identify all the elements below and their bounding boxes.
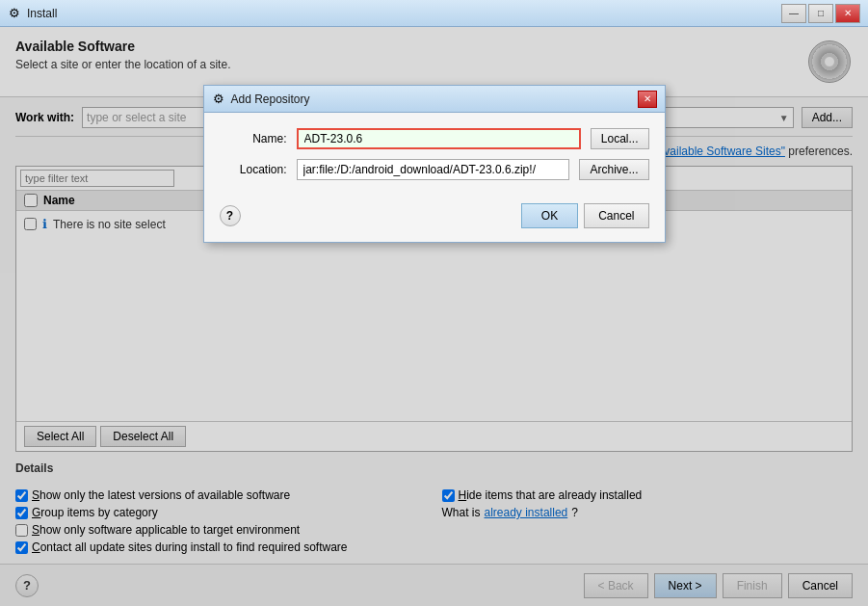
dialog-archive-button[interactable]: Archive...	[579, 159, 648, 180]
dialog-overlay: ⚙ Add Repository ✕ Name: Local... Locati…	[0, 27, 868, 606]
add-repository-dialog: ⚙ Add Repository ✕ Name: Local... Locati…	[203, 85, 666, 243]
dialog-help-button[interactable]: ?	[220, 205, 241, 226]
window-controls: — □ ✕	[781, 4, 860, 23]
minimize-button[interactable]: —	[781, 4, 806, 23]
app-icon: ⚙	[8, 7, 21, 20]
dialog-name-row: Name: Local...	[220, 128, 649, 149]
close-button[interactable]: ✕	[835, 4, 860, 23]
dialog-cancel-button[interactable]: Cancel	[584, 203, 648, 228]
dialog-close-button[interactable]: ✕	[638, 91, 657, 108]
dialog-location-label: Location:	[220, 163, 287, 176]
dialog-ok-button[interactable]: OK	[521, 203, 578, 228]
dialog-local-button[interactable]: Local...	[591, 128, 649, 149]
dialog-location-input[interactable]	[297, 159, 570, 180]
window-title: Install	[27, 7, 57, 20]
dialog-icon: ⚙	[212, 92, 225, 106]
dialog-location-row: Location: Archive...	[220, 159, 649, 180]
dialog-title: Add Repository	[231, 92, 310, 106]
dialog-name-label: Name:	[220, 132, 287, 145]
dialog-body: Name: Local... Location: Archive...	[204, 113, 665, 196]
maximize-button[interactable]: □	[808, 4, 833, 23]
dialog-name-input[interactable]	[297, 128, 581, 149]
dialog-action-buttons: OK Cancel	[521, 203, 649, 228]
dialog-title-bar: ⚙ Add Repository ✕	[204, 86, 665, 113]
title-bar: ⚙ Install — □ ✕	[0, 0, 868, 27]
dialog-footer: ? OK Cancel	[204, 196, 665, 242]
